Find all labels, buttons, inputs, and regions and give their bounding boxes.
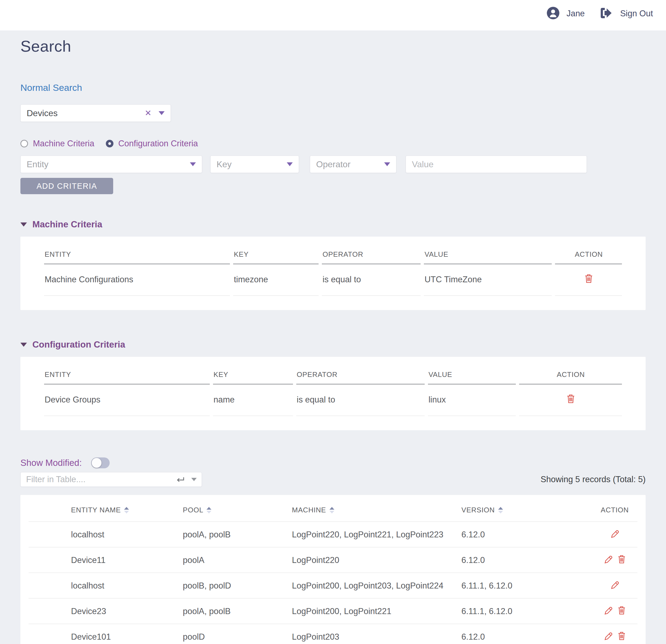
entity-dropdown-placeholder: Entity [27,159,49,169]
cell-machine: LogPoint200, LogPoint203, LogPoint224 [292,573,461,598]
sort-pool[interactable]: POOL [183,506,211,514]
configuration-criteria-table: ENTITY KEY OPERATOR VALUE ACTION Device … [41,369,625,416]
sort-icon [330,507,334,514]
clear-selection-icon[interactable]: ✕ [145,109,152,117]
filter-row: Showing 5 records (Total: 5) [20,472,646,487]
cell-pool: poolD [183,624,292,644]
sort-icon [124,507,129,514]
entity-dropdown[interactable]: Entity [20,156,202,173]
filter-dropdown-icon[interactable] [191,478,197,481]
edit-row-icon[interactable] [610,580,619,589]
cell-entity-name: Device11 [29,547,183,573]
edit-row-icon[interactable] [610,529,619,538]
table-row: localhost poolA, poolB LogPoint220, LogP… [29,522,637,547]
cell-entity-name: Device23 [29,598,183,624]
add-criteria-button[interactable]: ADD CRITERIA [20,178,113,194]
edit-row-icon[interactable] [604,606,613,615]
edit-row-icon[interactable] [604,631,613,641]
delete-criteria-icon[interactable] [584,273,593,283]
logout-icon [600,7,613,20]
key-dropdown-placeholder: Key [216,159,231,169]
cell-key: timezone [233,264,319,296]
radio-configuration-criteria-label: Configuration Criteria [118,139,198,148]
radio-machine-criteria-label: Machine Criteria [33,139,94,148]
column-header-key: KEY [213,369,293,384]
delete-criteria-icon[interactable] [566,394,575,404]
column-header-action: ACTION [519,369,622,384]
cell-operator: is equal to [296,384,425,416]
column-header-version: VERSION [461,506,495,514]
column-header-entity: ENTITY [44,369,210,384]
chevron-down-icon[interactable] [159,111,164,115]
machine-criteria-title: Machine Criteria [32,219,102,230]
main-content: Search Normal Search Devices ✕ Machine C… [0,37,666,644]
criteria-type-radios: Machine Criteria Configuration Criteria [20,139,646,148]
cell-machine: LogPoint220 [292,547,461,573]
machine-criteria-card: ENTITY KEY OPERATOR VALUE ACTION Machine… [20,237,646,310]
cell-value: UTC TimeZone [424,264,552,296]
value-input[interactable] [406,156,587,173]
cell-version: 6.11.1, 6.12.0 [461,573,592,598]
column-header-entity-name: ENTITY NAME [71,506,121,514]
sort-entity-name[interactable]: ENTITY NAME [71,506,129,514]
results-table: ENTITY NAME POOL MACHINE VERSION [29,495,637,644]
devices-select-value: Devices [27,108,58,118]
sort-version[interactable]: VERSION [461,506,503,514]
table-header-row: ENTITY KEY OPERATOR VALUE ACTION [44,249,622,264]
show-modified-toggle[interactable] [91,458,110,468]
cell-entity: Machine Configurations [44,264,230,296]
operator-dropdown-placeholder: Operator [316,159,350,169]
cell-machine: LogPoint200, LogPoint221 [292,598,461,624]
signout-label: Sign Out [620,9,653,18]
column-header-action: ACTION [592,495,637,522]
radio-configuration-criteria[interactable]: Configuration Criteria [106,139,198,148]
table-filter [20,472,202,487]
page-title: Search [20,37,646,55]
cell-value: linux [428,384,516,416]
sort-icon [207,507,211,514]
table-row: Device101 poolD LogPoint203 6.12.0 [29,624,637,644]
radio-checked-icon[interactable] [106,140,113,147]
topbar: Jane Sign Out [0,0,666,31]
user-menu[interactable]: Jane [547,7,585,20]
table-row: Device Groups name is equal to linux [44,384,622,416]
delete-row-icon[interactable] [617,555,626,564]
radio-machine-criteria[interactable]: Machine Criteria [20,139,94,148]
radio-unchecked-icon[interactable] [20,140,28,147]
configuration-criteria-title: Configuration Criteria [32,339,125,350]
column-header-operator: OPERATOR [322,249,421,264]
cell-version: 6.12.0 [461,624,592,644]
normal-search-link[interactable]: Normal Search [20,83,82,93]
devices-select[interactable]: Devices ✕ [20,104,171,122]
enter-key-icon[interactable] [176,476,185,483]
cell-entity: Device Groups [44,384,210,416]
column-header-pool: POOL [183,506,203,514]
toggle-knob[interactable] [92,458,102,468]
key-dropdown[interactable]: Key [210,156,299,173]
machine-criteria-section-header[interactable]: Machine Criteria [20,219,646,230]
cell-pool: poolA, poolB [183,598,292,624]
column-header-entity: ENTITY [44,249,230,264]
delete-row-icon[interactable] [617,606,626,615]
column-header-action: ACTION [555,249,622,264]
chevron-down-icon [287,162,293,166]
collapse-caret-icon[interactable] [20,343,27,347]
operator-dropdown[interactable]: Operator [310,156,397,173]
cell-entity-name: localhost [29,522,183,547]
edit-row-icon[interactable] [604,555,613,564]
sort-machine[interactable]: MACHINE [292,506,334,514]
collapse-caret-icon[interactable] [20,222,27,227]
filter-input[interactable] [26,475,176,484]
configuration-criteria-section-header[interactable]: Configuration Criteria [20,339,646,350]
table-header-row: ENTITY KEY OPERATOR VALUE ACTION [44,369,622,384]
show-modified-row: Show Modified: [20,458,646,468]
machine-criteria-table: ENTITY KEY OPERATOR VALUE ACTION Machine… [41,249,625,296]
table-header-row: ENTITY NAME POOL MACHINE VERSION [29,495,637,522]
results-card: ENTITY NAME POOL MACHINE VERSION [20,495,646,644]
show-modified-label: Show Modified: [20,458,82,468]
chevron-down-icon [384,162,390,166]
signout-button[interactable]: Sign Out [600,7,653,20]
cell-version: 6.12.0 [461,547,592,573]
cell-pool: poolA, poolB [183,522,292,547]
delete-row-icon[interactable] [617,631,626,641]
